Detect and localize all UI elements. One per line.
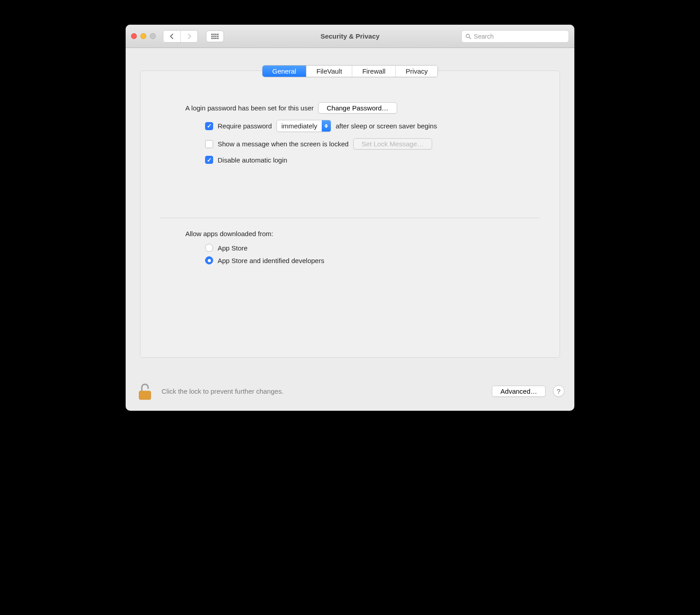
svg-rect-2 xyxy=(215,34,217,35)
login-password-row: A login password has been set for this u… xyxy=(185,102,515,114)
svg-rect-18 xyxy=(139,398,151,399)
svg-rect-7 xyxy=(217,35,219,37)
allow-apps-appstore-row: App Store xyxy=(185,244,515,252)
require-password-checkbox[interactable] xyxy=(205,122,213,130)
require-password-row: Require password immediately after sleep… xyxy=(185,120,515,132)
allow-apps-identified-label: App Store and identified developers xyxy=(218,257,324,264)
lock-icon[interactable] xyxy=(136,381,154,401)
set-lock-message-button[interactable]: Set Lock Message… xyxy=(353,138,432,149)
close-window-button[interactable] xyxy=(131,33,137,39)
tab-filevault[interactable]: FileVault xyxy=(306,66,352,77)
minimize-window-button[interactable] xyxy=(140,33,146,39)
require-password-delay-value: immediately xyxy=(277,122,322,130)
search-icon xyxy=(465,33,471,40)
svg-rect-6 xyxy=(215,35,217,37)
allow-apps-label: Allow apps downloaded from: xyxy=(185,230,273,237)
footer: Click the lock to prevent further change… xyxy=(126,375,574,411)
stepper-icon xyxy=(322,120,331,132)
allow-apps-label-row: Allow apps downloaded from: xyxy=(185,230,515,237)
show-message-label: Show a message when the screen is locked xyxy=(218,140,349,148)
forward-button[interactable] xyxy=(180,31,197,42)
tab-firewall[interactable]: Firewall xyxy=(352,66,395,77)
grid-icon xyxy=(211,34,219,39)
chevron-right-icon xyxy=(187,34,192,39)
allow-apps-appstore-label: App Store xyxy=(218,244,248,252)
tabs: General FileVault Firewall Privacy xyxy=(262,65,438,77)
svg-rect-1 xyxy=(213,34,214,35)
svg-rect-8 xyxy=(211,38,213,39)
tab-general[interactable]: General xyxy=(262,66,306,77)
change-password-button[interactable]: Change Password… xyxy=(318,102,397,114)
svg-rect-0 xyxy=(211,34,213,35)
show-all-button[interactable] xyxy=(206,31,224,42)
svg-line-13 xyxy=(469,37,470,39)
disable-auto-login-label: Disable automatic login xyxy=(218,156,287,164)
svg-rect-11 xyxy=(217,38,219,39)
allow-apps-identified-row: App Store and identified developers xyxy=(185,256,515,264)
tab-bar: General FileVault Firewall Privacy xyxy=(126,65,574,77)
allow-apps-identified-radio[interactable] xyxy=(205,256,213,264)
svg-rect-10 xyxy=(215,38,217,39)
svg-rect-5 xyxy=(213,35,214,37)
search-input[interactable] xyxy=(474,33,565,40)
gatekeeper-section: Allow apps downloaded from: App Store Ap… xyxy=(140,218,560,264)
require-password-label: Require password xyxy=(218,122,272,130)
back-button[interactable] xyxy=(163,31,180,42)
login-password-text: A login password has been set for this u… xyxy=(185,104,314,112)
chevron-left-icon xyxy=(169,34,175,39)
allow-apps-appstore-radio[interactable] xyxy=(205,244,213,252)
show-message-row: Show a message when the screen is locked… xyxy=(185,138,515,149)
content-panel: A login password has been set for this u… xyxy=(140,70,560,358)
show-message-checkbox[interactable] xyxy=(205,140,213,148)
advanced-button[interactable]: Advanced… xyxy=(492,386,546,397)
svg-rect-17 xyxy=(139,396,151,397)
tab-privacy[interactable]: Privacy xyxy=(395,66,438,77)
login-section: A login password has been set for this u… xyxy=(140,91,560,164)
require-password-suffix: after sleep or screen saver begins xyxy=(336,122,437,130)
disable-auto-login-row: Disable automatic login xyxy=(185,156,515,164)
help-button[interactable]: ? xyxy=(553,385,564,397)
search-field[interactable] xyxy=(461,30,569,43)
svg-rect-9 xyxy=(213,38,214,39)
disable-auto-login-checkbox[interactable] xyxy=(205,156,213,164)
svg-rect-16 xyxy=(139,394,151,395)
svg-rect-3 xyxy=(217,34,219,35)
require-password-delay-select[interactable]: immediately xyxy=(276,120,331,132)
svg-rect-4 xyxy=(211,35,213,37)
nav-segment xyxy=(163,30,198,43)
titlebar: Security & Privacy xyxy=(126,25,574,48)
lock-hint-text: Click the lock to prevent further change… xyxy=(162,387,284,395)
zoom-window-button[interactable] xyxy=(150,33,156,39)
svg-rect-15 xyxy=(139,392,151,393)
preferences-window: Security & Privacy General FileVault Fir… xyxy=(126,25,574,411)
window-controls xyxy=(131,33,156,39)
